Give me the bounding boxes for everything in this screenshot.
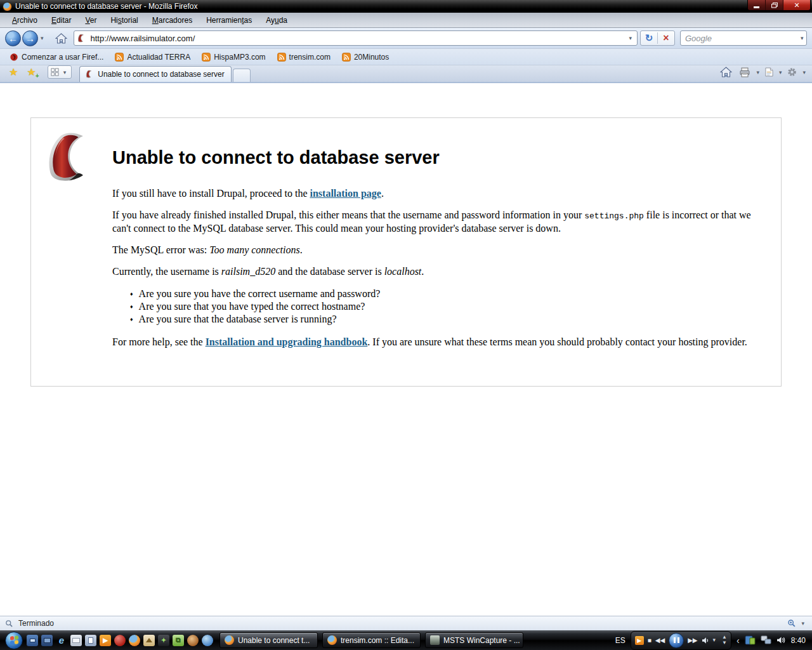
- restore-button[interactable]: [766, 0, 783, 10]
- rss-icon: [202, 53, 211, 62]
- window-controls: ✕: [747, 0, 811, 11]
- url-bar[interactable]: ▾: [74, 30, 638, 46]
- close-button[interactable]: ✕: [783, 0, 810, 10]
- error-text: Unable to connect to database server If …: [112, 147, 769, 348]
- home-app-icon[interactable]: [143, 635, 155, 646]
- reload-button[interactable]: ↻: [641, 31, 657, 45]
- bookmark-comenzar[interactable]: Comenzar a usar Firef...: [4, 51, 109, 63]
- taskbar-button-firefox-error[interactable]: Unable to connect t...: [219, 632, 318, 648]
- network-tray-icon[interactable]: [761, 635, 771, 645]
- mysql-error-value: Too many connections: [209, 244, 300, 255]
- url-input[interactable]: [89, 33, 627, 44]
- paragraph-help: For more help, see the Installation and …: [112, 336, 769, 348]
- bookmark-trensim[interactable]: trensim.com: [272, 51, 336, 63]
- home-button-2[interactable]: [717, 65, 735, 79]
- utility-icon[interactable]: ✦: [158, 635, 169, 646]
- stop-button[interactable]: ×: [658, 31, 674, 45]
- down-arrow-icon: ▼: [722, 640, 727, 646]
- pause-button[interactable]: [669, 633, 684, 648]
- print-button[interactable]: [737, 66, 753, 79]
- menu-bar: Archivo Editar Ver Historial Marcadores …: [0, 13, 812, 28]
- paragraph-install: If you still have to install Drupal, pro…: [112, 187, 769, 199]
- navigation-toolbar: ← → ▾ ▾ ↻ × ▾: [0, 28, 812, 49]
- tab-active[interactable]: Unable to connect to database server: [79, 66, 232, 82]
- page-icon: [765, 67, 773, 77]
- add-bookmark-button[interactable]: ★+: [23, 67, 39, 78]
- menu-historial[interactable]: Historial: [103, 13, 145, 27]
- search-bar[interactable]: ▾: [680, 30, 807, 46]
- settings-button[interactable]: [785, 66, 799, 78]
- getting-started-icon: [10, 53, 18, 62]
- gear-icon: [787, 67, 797, 77]
- display-tray-icon[interactable]: [745, 635, 756, 646]
- settings-dropdown-icon[interactable]: ▾: [801, 69, 807, 76]
- gaim-icon[interactable]: [187, 635, 199, 646]
- clock[interactable]: 8:40: [791, 636, 806, 645]
- forward-button[interactable]: →: [22, 30, 38, 46]
- title-bar: Unable to connect to database server - M…: [0, 0, 812, 13]
- print-dropdown-icon[interactable]: ▾: [755, 69, 761, 76]
- grid-icon: [51, 68, 59, 76]
- hostname-value: localhost: [384, 266, 422, 277]
- language-indicator[interactable]: ES: [615, 636, 625, 645]
- messenger-icon[interactable]: ⧉: [173, 635, 184, 646]
- paragraph-mysql-error: The MySQL error was: Too many connection…: [112, 244, 769, 256]
- stop-icon: ×: [663, 32, 669, 43]
- taskbar-button-firefox-trensim[interactable]: trensim.com :: Edita...: [322, 632, 421, 648]
- previous-track-button[interactable]: ◀◀: [655, 637, 665, 644]
- volume-tray-icon[interactable]: [776, 636, 786, 644]
- back-button[interactable]: ←: [5, 30, 21, 46]
- new-tab-stub[interactable]: [233, 69, 251, 82]
- bookmarks-toolbar: Comenzar a usar Firef... Actualidad TERR…: [0, 49, 812, 65]
- menu-ver[interactable]: Ver: [78, 13, 103, 27]
- tab-list-button[interactable]: ▾: [48, 65, 72, 79]
- minimize-button[interactable]: [748, 0, 766, 10]
- list-item: Are you sure that the database server is…: [130, 313, 769, 326]
- internet-explorer-icon[interactable]: e: [56, 635, 67, 646]
- menu-archivo[interactable]: Archivo: [5, 13, 44, 27]
- player-expand-controls[interactable]: ▲▼: [722, 635, 727, 646]
- history-dropdown-icon[interactable]: ▾: [38, 35, 46, 41]
- handbook-link[interactable]: Installation and upgrading handbook: [206, 336, 368, 347]
- home-button[interactable]: [53, 32, 70, 45]
- remote-desktop-icon[interactable]: [27, 635, 38, 646]
- volume-button[interactable]: ▾: [702, 637, 719, 644]
- menu-marcadores[interactable]: Marcadores: [145, 13, 199, 27]
- taskbar-button-wincapture[interactable]: MSTS WinCapture - ...: [425, 632, 523, 648]
- realplayer-icon[interactable]: [114, 635, 126, 646]
- search-input[interactable]: [684, 33, 798, 44]
- show-desktop-icon[interactable]: [41, 635, 53, 646]
- restore-icon: [771, 3, 778, 8]
- firefox-icon: [225, 635, 234, 645]
- zoom-icon[interactable]: [787, 619, 796, 628]
- bookmark-hispamp3[interactable]: HispaMP3.com: [196, 51, 271, 63]
- list-item: Are you sure that you have typed the cor…: [130, 300, 769, 313]
- rss-icon: [342, 53, 351, 62]
- menu-ayuda[interactable]: Ayuda: [259, 13, 294, 27]
- page-style-button[interactable]: [763, 66, 776, 78]
- reload-stop-group: ↻ ×: [640, 30, 675, 46]
- search-engine-dropdown-icon[interactable]: ▾: [798, 35, 806, 41]
- globe-icon[interactable]: [202, 635, 213, 646]
- firefox-icon[interactable]: [129, 635, 140, 646]
- minimize-icon: [754, 6, 759, 8]
- zoom-dropdown-icon[interactable]: ▾: [799, 620, 807, 627]
- start-button[interactable]: [5, 632, 23, 649]
- hidden-icons-chevron[interactable]: ‹: [737, 635, 740, 646]
- bookmarks-button[interactable]: ★: [5, 67, 22, 78]
- stop-playback-button[interactable]: ■: [648, 637, 652, 644]
- media-player-icon[interactable]: ▶: [100, 635, 111, 646]
- settings-php-code: settings.php: [584, 211, 644, 221]
- checklist: Are you sure you have the correct userna…: [112, 288, 769, 326]
- bookmark-20minutos[interactable]: 20Minutos: [336, 51, 395, 63]
- mail-icon[interactable]: [70, 635, 82, 646]
- page-dropdown-icon[interactable]: ▾: [778, 69, 783, 76]
- menu-editar[interactable]: Editar: [44, 13, 78, 27]
- close-icon: ✕: [794, 1, 799, 10]
- next-track-button[interactable]: ▶▶: [688, 637, 697, 644]
- url-dropdown-icon[interactable]: ▾: [626, 35, 634, 41]
- documents-icon[interactable]: [85, 635, 96, 646]
- bookmark-actualidad-terra[interactable]: Actualidad TERRA: [109, 51, 196, 63]
- menu-herramientas[interactable]: Herramientas: [199, 13, 259, 27]
- installation-page-link[interactable]: installation page: [310, 188, 381, 199]
